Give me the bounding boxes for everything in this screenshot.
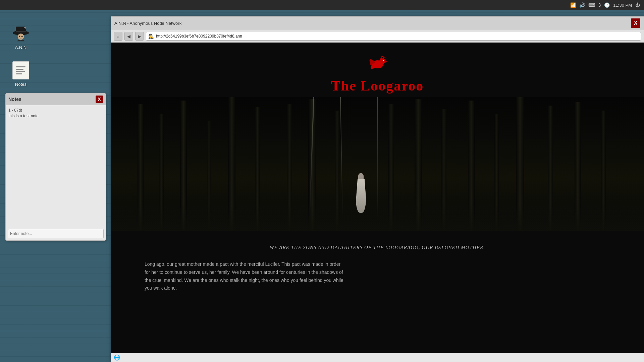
svg-point-5: [21, 36, 23, 37]
clock-icon: 🕐: [604, 2, 610, 8]
browser-toolbar: ⌂ ◀ ▶ 🕵: [111, 30, 644, 43]
clock: 11:30 PM: [613, 3, 632, 8]
browser-window: A.N.N - Anonymous Node Network X ⌂ ◀ ▶ 🕵: [111, 16, 644, 362]
site-quote: We are the sons and daughters of The Loo…: [111, 231, 644, 257]
browser-close-button[interactable]: X: [631, 18, 640, 28]
notes-content: 1 - 87dt this is a test note: [6, 105, 106, 227]
forward-button[interactable]: ▶: [135, 32, 144, 41]
forest-figure: [356, 173, 366, 213]
site-body-text: Long ago, our great mother made a pact w…: [111, 257, 379, 306]
note-item-text: this is a test note: [8, 114, 103, 118]
globe-icon: 🌐: [114, 354, 120, 361]
notes-panel: Notes X 1 - 87dt this is a test note: [5, 93, 106, 241]
notes-desktop-icon[interactable]: Notes: [7, 60, 34, 87]
notes-icon-label: Notes: [15, 82, 26, 87]
taskbar: 📶 🔊 ⌨ 3 🕐 11:30 PM ⏻: [0, 0, 644, 10]
back-button[interactable]: ◀: [124, 32, 133, 41]
browser-titlebar: A.N.N - Anonymous Node Network X: [111, 16, 644, 30]
notes-panel-header: Notes X: [6, 94, 106, 105]
browser-content: The Loogaroo: [111, 43, 644, 353]
site-title: The Loogaroo: [331, 78, 424, 94]
power-button[interactable]: ⏻: [635, 2, 640, 8]
site-container: The Loogaroo: [111, 43, 644, 353]
keyboard-icon: ⌨: [588, 2, 595, 8]
security-icon: 🕵: [148, 34, 154, 39]
browser-statusbar: 🌐: [111, 353, 644, 362]
note-item-id: 1 - 87dt: [8, 108, 103, 113]
svg-rect-2: [16, 31, 26, 33]
wifi-icon: 📶: [570, 2, 576, 8]
battery-count: 3: [598, 2, 601, 8]
home-button[interactable]: ⌂: [114, 32, 122, 41]
ann-icon-image: [11, 23, 31, 44]
ann-desktop-icon[interactable]: A.N.N: [7, 23, 34, 50]
address-bar[interactable]: [156, 34, 639, 39]
volume-icon: 🔊: [579, 2, 585, 8]
address-bar-wrapper: 🕵: [146, 32, 641, 41]
desktop: A.N.N Notes Notes X 1 - 87dt this is a t…: [0, 10, 644, 362]
notes-icon-image: [11, 60, 31, 80]
svg-point-4: [19, 36, 20, 37]
loogaroo-bird-icon: [361, 49, 394, 76]
svg-marker-8: [385, 61, 387, 62]
notes-panel-title: Notes: [8, 97, 21, 102]
notes-input[interactable]: [8, 229, 104, 238]
site-header: The Loogaroo: [111, 43, 644, 97]
browser-title: A.N.N - Anonymous Node Network: [114, 21, 181, 26]
notes-close-button[interactable]: X: [96, 96, 103, 103]
svg-point-3: [18, 34, 24, 40]
hero-image: [111, 97, 644, 231]
ann-icon-label: A.N.N: [15, 45, 27, 50]
svg-point-10: [383, 60, 384, 61]
